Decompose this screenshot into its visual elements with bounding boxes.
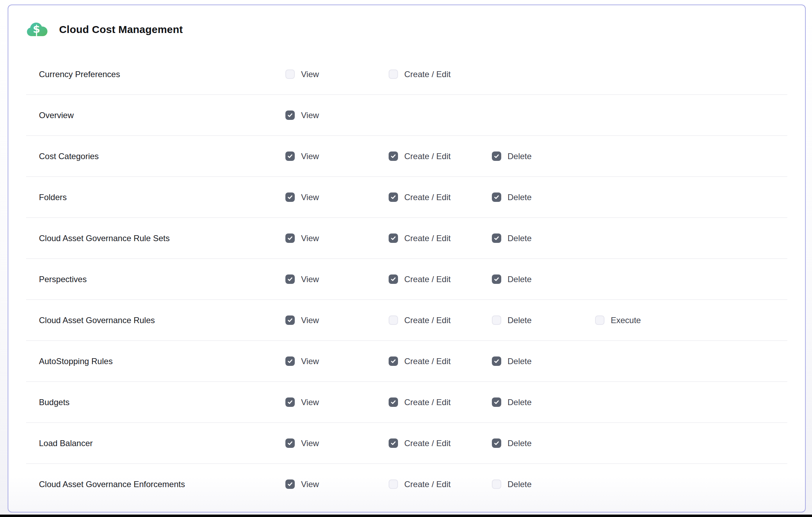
permission-cell-delete: Delete xyxy=(492,315,531,325)
checkbox-delete-checked[interactable] xyxy=(492,356,501,366)
checkbox-create-edit-unchecked[interactable] xyxy=(389,69,398,79)
permission-row-load-balancer: Load Balancer ViewCreate / EditDelete xyxy=(26,423,787,464)
module-header: $ Cloud Cost Management xyxy=(8,5,805,54)
checkbox-create-edit-checked[interactable] xyxy=(389,233,398,243)
checkbox-label-delete: Delete xyxy=(508,397,531,407)
checkbox-view-checked[interactable] xyxy=(285,233,295,243)
checkbox-create-edit-unchecked[interactable] xyxy=(389,479,398,489)
permission-row-cloud-asset-governance-enforcements: Cloud Asset Governance Enforcements View… xyxy=(26,464,787,504)
permission-row-label: Currency Preferences xyxy=(39,69,120,79)
permission-cell-create-edit: Create / Edit xyxy=(389,438,450,448)
checkbox-view-checked[interactable] xyxy=(285,438,295,448)
checkbox-view-checked[interactable] xyxy=(285,110,295,120)
permission-row-budgets: Budgets ViewCreate / EditDelete xyxy=(26,382,787,423)
permission-row-label: Cloud Asset Governance Rules xyxy=(39,315,155,325)
bottom-clipped-content xyxy=(0,515,812,517)
checkbox-label-view: View xyxy=(301,274,319,284)
checkbox-create-edit-checked[interactable] xyxy=(389,274,398,284)
checkbox-label-delete: Delete xyxy=(508,274,531,284)
permission-cell-create-edit: Create / Edit xyxy=(389,274,450,284)
permission-row-autostopping-rules: AutoStopping Rules ViewCreate / EditDele… xyxy=(26,341,787,382)
permission-row-cost-categories: Cost Categories ViewCreate / EditDelete xyxy=(26,136,787,177)
checkbox-label-view: View xyxy=(301,315,319,325)
checkbox-delete-checked[interactable] xyxy=(492,151,501,161)
checkbox-create-edit-checked[interactable] xyxy=(389,438,398,448)
permission-row-label: Overview xyxy=(39,110,74,120)
permission-row-label: Cloud Asset Governance Rule Sets xyxy=(39,233,170,243)
permission-cell-create-edit: Create / Edit xyxy=(389,192,450,202)
permission-cell-create-edit: Create / Edit xyxy=(389,151,450,161)
checkbox-view-checked[interactable] xyxy=(285,479,295,489)
permission-cell-create-edit: Create / Edit xyxy=(389,356,450,366)
checkbox-delete-checked[interactable] xyxy=(492,274,501,284)
checkbox-delete-checked[interactable] xyxy=(492,438,501,448)
checkbox-view-checked[interactable] xyxy=(285,356,295,366)
checkbox-create-edit-checked[interactable] xyxy=(389,397,398,407)
checkbox-label-create-edit: Create / Edit xyxy=(404,233,450,243)
checkbox-label-create-edit: Create / Edit xyxy=(404,274,450,284)
checkbox-view-checked[interactable] xyxy=(285,192,295,202)
permission-row-perspectives: Perspectives ViewCreate / EditDelete xyxy=(26,259,787,300)
permission-cell-delete: Delete xyxy=(492,438,531,448)
checkbox-view-checked[interactable] xyxy=(285,397,295,407)
checkbox-label-view: View xyxy=(301,151,319,161)
permission-row-label: AutoStopping Rules xyxy=(39,356,113,366)
checkbox-label-create-edit: Create / Edit xyxy=(404,315,450,325)
checkbox-view-checked[interactable] xyxy=(285,151,295,161)
checkbox-delete-checked[interactable] xyxy=(492,233,501,243)
permission-cell-delete: Delete xyxy=(492,356,531,366)
checkbox-label-view: View xyxy=(301,110,319,120)
checkbox-view-checked[interactable] xyxy=(285,315,295,325)
checkbox-create-edit-checked[interactable] xyxy=(389,151,398,161)
permission-cell-view: View xyxy=(285,110,319,120)
checkbox-label-create-edit: Create / Edit xyxy=(404,479,450,489)
permission-cell-view: View xyxy=(285,438,319,448)
checkbox-view-unchecked[interactable] xyxy=(285,69,295,79)
checkbox-execute-unchecked[interactable] xyxy=(595,315,604,325)
checkbox-label-view: View xyxy=(301,356,319,366)
permission-cell-create-edit: Create / Edit xyxy=(389,233,450,243)
permission-row-cloud-asset-governance-rules: Cloud Asset Governance Rules ViewCreate … xyxy=(26,300,787,341)
permission-cell-delete: Delete xyxy=(492,274,531,284)
permissions-card: $ Cloud Cost Management Currency Prefere… xyxy=(8,5,806,512)
permission-cell-execute: Execute xyxy=(595,315,641,325)
checkbox-delete-unchecked[interactable] xyxy=(492,479,501,489)
checkbox-delete-checked[interactable] xyxy=(492,192,501,202)
permission-cell-view: View xyxy=(285,356,319,366)
permission-cell-view: View xyxy=(285,69,319,79)
page-title: Cloud Cost Management xyxy=(59,24,183,35)
checkbox-label-view: View xyxy=(301,192,319,202)
checkbox-label-execute: Execute xyxy=(611,315,641,325)
checkbox-label-create-edit: Create / Edit xyxy=(404,356,450,366)
cloud-dollar-icon: $ xyxy=(26,21,48,38)
checkbox-label-delete: Delete xyxy=(508,356,531,366)
permission-cell-delete: Delete xyxy=(492,479,531,489)
checkbox-label-delete: Delete xyxy=(508,479,531,489)
permission-cell-view: View xyxy=(285,397,319,407)
checkbox-create-edit-unchecked[interactable] xyxy=(389,315,398,325)
permission-cell-delete: Delete xyxy=(492,233,531,243)
checkbox-label-view: View xyxy=(301,397,319,407)
checkbox-delete-unchecked[interactable] xyxy=(492,315,501,325)
checkbox-label-create-edit: Create / Edit xyxy=(404,397,450,407)
checkbox-label-view: View xyxy=(301,69,319,79)
permission-row-currency-preferences: Currency Preferences ViewCreate / Edit xyxy=(26,54,787,95)
checkbox-label-view: View xyxy=(301,233,319,243)
permission-cell-delete: Delete xyxy=(492,397,531,407)
permission-row-label: Cloud Asset Governance Enforcements xyxy=(39,479,185,489)
checkbox-label-delete: Delete xyxy=(508,233,531,243)
permission-cell-delete: Delete xyxy=(492,151,531,161)
permission-row-folders: Folders ViewCreate / EditDelete xyxy=(26,177,787,218)
checkbox-view-checked[interactable] xyxy=(285,274,295,284)
checkbox-label-view: View xyxy=(301,438,319,448)
permission-row-label: Load Balancer xyxy=(39,438,93,448)
checkbox-delete-checked[interactable] xyxy=(492,397,501,407)
checkbox-label-create-edit: Create / Edit xyxy=(404,151,450,161)
permission-row-label: Cost Categories xyxy=(39,151,99,161)
checkbox-create-edit-checked[interactable] xyxy=(389,356,398,366)
permission-cell-create-edit: Create / Edit xyxy=(389,69,450,79)
permission-cell-view: View xyxy=(285,274,319,284)
checkbox-create-edit-checked[interactable] xyxy=(389,192,398,202)
checkbox-label-delete: Delete xyxy=(508,315,531,325)
checkbox-label-create-edit: Create / Edit xyxy=(404,69,450,79)
